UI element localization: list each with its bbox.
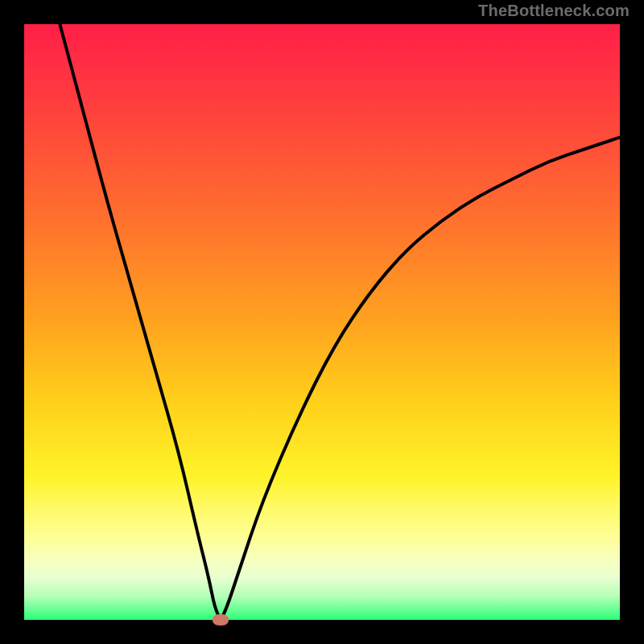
chart-frame: TheBottleneck.com — [0, 0, 644, 644]
bottleneck-curve — [24, 24, 620, 620]
curve-path — [60, 24, 620, 617]
plot-area — [24, 24, 620, 620]
minimum-marker — [213, 614, 229, 625]
attribution-text: TheBottleneck.com — [478, 2, 630, 20]
